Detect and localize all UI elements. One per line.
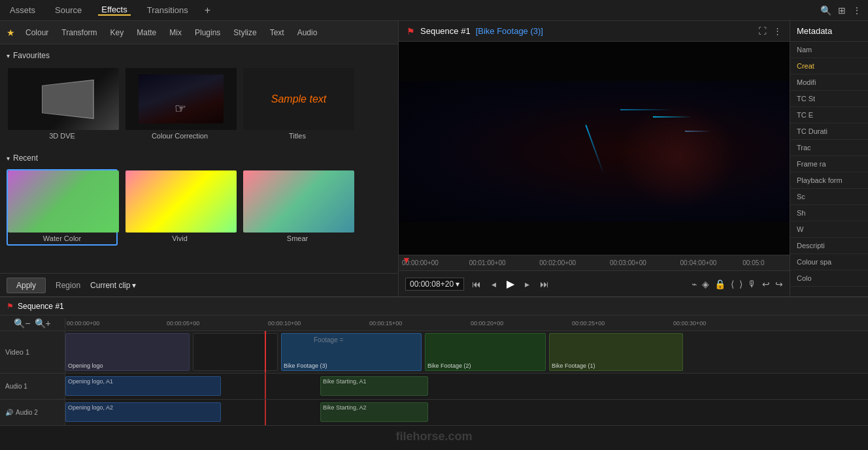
metadata-framerate[interactable]: Frame ra (790, 156, 868, 172)
favourites-grid: 3D DVE ☞ Colour Correction (7, 67, 392, 143)
apply-bar: Apply Region Current clip ▾ (0, 273, 398, 297)
metadata-tc-end[interactable]: TC E (790, 107, 868, 123)
nav-effects[interactable]: Effects (98, 5, 131, 16)
metadata-colour[interactable]: Colo (790, 270, 868, 287)
favourites-arrow: ▾ (7, 52, 10, 59)
clip-opening-logo[interactable]: Opening logo (65, 333, 190, 371)
nav-add-button[interactable]: + (205, 5, 210, 16)
tab-transform[interactable]: Transform (59, 27, 99, 39)
hook-icon[interactable]: ⌁ (692, 279, 697, 289)
region-dropdown[interactable]: Current clip ▾ (90, 281, 136, 290)
effect-titles[interactable]: Sample text Titles (242, 67, 353, 143)
metadata-scene[interactable]: Sc (790, 189, 868, 205)
region-value: Current clip (90, 281, 130, 290)
marker-icon[interactable]: ◈ (702, 279, 709, 289)
search-icon[interactable]: 🔍 (820, 5, 831, 16)
effect-colour-correction[interactable]: ☞ Colour Correction (124, 67, 235, 143)
redo-icon[interactable]: ↪ (775, 279, 783, 289)
metadata-panel: Metadata Nam Creat Modifi TC St TC E TC … (790, 21, 868, 297)
in-point-icon[interactable]: ⟨ (731, 279, 734, 289)
metadata-tracks[interactable]: Trac (790, 140, 868, 156)
recent-header[interactable]: ▾ Recent (7, 153, 392, 163)
metadata-title: Metadata (790, 21, 868, 42)
lock-icon[interactable]: 🔒 (714, 279, 726, 289)
more-icon[interactable]: ⋮ (852, 5, 861, 16)
effect-smear[interactable]: Smear (242, 169, 353, 246)
preview-playhead: ▼ (402, 255, 411, 265)
clip-bike-footage-1[interactable]: Bike Footage (1) (549, 333, 683, 371)
clip-opening-logo-a1[interactable]: Opening logo, A1 (65, 376, 221, 396)
metadata-modified[interactable]: Modifi (790, 74, 868, 91)
audio-mute-icon[interactable]: 🔊 (5, 409, 13, 416)
main-area: ★ Colour Transform Key Matte Mix Plugins… (0, 21, 868, 297)
tab-matte[interactable]: Matte (134, 27, 159, 39)
audio-track-2-text: Audio 2 (16, 409, 38, 416)
recent-grid: Water Color Vivid Smear (7, 169, 392, 246)
sequence-subtitle: [Bike Footage (3)] (476, 26, 543, 36)
audio-track-2-label: 🔊 Audio 2 (0, 400, 65, 425)
metadata-name[interactable]: Nam (790, 42, 868, 58)
effect-cc-visual: ☞ (139, 74, 224, 123)
ruler-mark-4: 00:04:00+00 (680, 259, 717, 266)
clip-opening-logo-a2[interactable]: Opening logo, A2 (65, 402, 221, 422)
play-button[interactable]: ▶ (504, 276, 517, 291)
effect-vivid[interactable]: Vivid (124, 169, 235, 246)
video-frame (399, 42, 790, 255)
metadata-colour-space[interactable]: Colour spa (790, 254, 868, 270)
tl-ruler-2: 00:00:10+00 (268, 320, 301, 327)
ruler-mark-2: 00:02:00+00 (539, 259, 576, 266)
tab-mix[interactable]: Mix (167, 27, 184, 39)
metadata-shot[interactable]: Sh (790, 205, 868, 221)
forward-end-button[interactable]: ⏭ (537, 278, 552, 291)
favourites-star[interactable]: ★ (7, 27, 15, 38)
effect-3ddve[interactable]: 3D DVE (7, 67, 118, 143)
timeline-header-row: 🔍− 🔍+ 00:00:00+00 00:00:05+00 00:00:10+0… (0, 315, 868, 331)
more-options-icon[interactable]: ⋮ (773, 26, 782, 36)
timecode-value: 00:00:08+20 (410, 280, 454, 289)
timeline-playhead: ▼ (265, 331, 266, 373)
fullscreen-icon[interactable]: ⛶ (758, 26, 767, 36)
metadata-description[interactable]: Descripti (790, 238, 868, 254)
region-dropdown-icon: ▾ (132, 281, 136, 290)
tab-text[interactable]: Text (267, 27, 287, 39)
grid-icon[interactable]: ⊞ (838, 5, 846, 16)
favourites-header[interactable]: ▾ Favourites (7, 51, 392, 60)
zoom-out-button[interactable]: 🔍− (14, 318, 30, 329)
nav-assets[interactable]: Assets (7, 5, 39, 15)
nav-source[interactable]: Source (52, 5, 85, 15)
nav-transitions[interactable]: Transitions (144, 5, 192, 15)
tab-audio[interactable]: Audio (295, 27, 320, 39)
rewind-start-button[interactable]: ⏮ (469, 278, 484, 291)
undo-icon[interactable]: ↩ (762, 279, 770, 289)
effect-watercolor-thumb (8, 170, 119, 233)
top-nav: Assets Source Effects Transitions + 🔍 ⊞ … (0, 0, 868, 21)
zoom-in-button[interactable]: 🔍+ (35, 318, 51, 329)
clip-bike-footage-3[interactable]: Bike Footage (3) (281, 333, 422, 371)
step-forward-button[interactable]: ▸ (522, 278, 532, 291)
tab-stylize[interactable]: Stylize (231, 27, 259, 39)
clip-bike-starting-a1[interactable]: Bike Starting, A1 (320, 376, 428, 396)
effect-smear-thumb (243, 170, 354, 233)
tab-plugins[interactable]: Plugins (192, 27, 223, 39)
tl-ruler-6: 00:00:30+00 (673, 320, 706, 327)
video-track-1-content: ▼ Opening logo Bike Footage (3) Bike Foo… (65, 331, 868, 373)
tab-colour[interactable]: Colour (23, 27, 51, 39)
metadata-w[interactable]: W (790, 221, 868, 238)
timecode-display[interactable]: 00:00:08+20 ▾ (405, 278, 464, 291)
apply-button[interactable]: Apply (7, 278, 46, 293)
clip-bike-footage-2[interactable]: Bike Footage (2) (425, 333, 546, 371)
effect-watercolor[interactable]: Water Color (7, 169, 118, 246)
mic-icon[interactable]: 🎙 (748, 279, 757, 289)
step-back-button[interactable]: ◂ (489, 278, 499, 291)
metadata-created[interactable]: Creat (790, 58, 868, 74)
metadata-tc-duration[interactable]: TC Durati (790, 123, 868, 140)
effect-titles-label: Titles (243, 130, 352, 142)
out-point-icon[interactable]: ⟩ (739, 279, 743, 289)
clip-opening-logo-label: Opening logo (66, 362, 189, 369)
tab-key[interactable]: Key (108, 27, 127, 39)
clip-bike-starting-a2[interactable]: Bike Starting, A2 (320, 402, 428, 422)
metadata-tc-start[interactable]: TC St (790, 91, 868, 107)
metadata-list: Nam Creat Modifi TC St TC E TC Durati Tr… (790, 42, 868, 297)
timecode-dropdown[interactable]: ▾ (456, 280, 459, 289)
metadata-playback-format[interactable]: Playback form (790, 172, 868, 189)
